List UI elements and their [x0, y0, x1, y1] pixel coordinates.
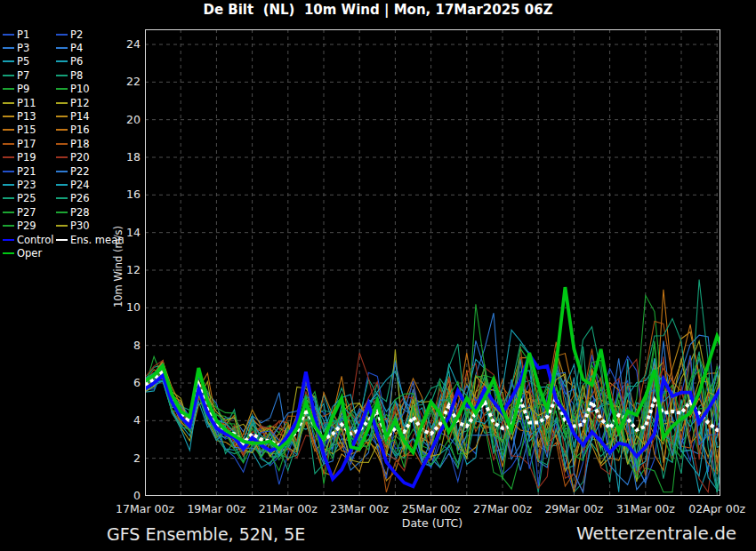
y-tick-label: 4 [114, 413, 141, 427]
chart-title: De Bilt (NL) 10m Wind | Mon, 17Mar2025 0… [0, 2, 756, 18]
plot-area [145, 29, 720, 496]
x-tick-label: 29Mar 00z [544, 502, 603, 515]
legend-label: P19 [17, 151, 36, 164]
legend-color-dash [3, 184, 14, 186]
legend-label: Oper [17, 247, 42, 260]
legend-color-dash [3, 197, 14, 199]
legend-item-p13: P13 [3, 109, 56, 123]
legend-label: P10 [70, 83, 90, 95]
legend-color-dash [56, 129, 68, 131]
x-tick-label: 27Mar 00z [473, 502, 532, 515]
legend-label: P24 [70, 179, 90, 191]
legend-label: Control [17, 234, 54, 246]
legend-label: P15 [17, 124, 36, 136]
legend-item-p17: P17 [3, 137, 56, 150]
legend-label: P17 [17, 138, 36, 150]
legend-label: P11 [17, 97, 36, 109]
legend-color-dash [3, 129, 14, 131]
legend-label: P1 [17, 28, 29, 41]
legend-item-p10: P10 [56, 83, 109, 96]
legend-item-p14: P14 [56, 109, 109, 123]
legend-label: P6 [70, 55, 83, 68]
legend-color-dash [3, 47, 14, 49]
legend-item-p1: P1 [3, 28, 56, 41]
legend-color-dash [56, 171, 68, 172]
legend-label: P3 [17, 42, 29, 54]
legend-color-dash [3, 88, 14, 90]
legend-label: P9 [17, 83, 29, 95]
y-tick-label: 24 [114, 37, 141, 52]
legend-label: P5 [17, 55, 29, 68]
legend-item-p11: P11 [3, 96, 56, 109]
y-tick-label: 20 [114, 113, 141, 127]
legend-label: P28 [70, 206, 90, 219]
y-tick-label: 22 [114, 75, 141, 89]
x-tick-label: 25Mar 00z [402, 502, 461, 515]
legend-label: P20 [70, 151, 90, 164]
legend-color-dash [3, 156, 14, 158]
legend-item-p21: P21 [3, 164, 56, 178]
legend-item-p15: P15 [3, 124, 56, 137]
legend-label: P14 [70, 110, 90, 123]
x-axis-label: Date (UTC) [402, 516, 462, 530]
y-tick-label: 16 [114, 188, 141, 202]
legend-item-control: Control [3, 233, 56, 246]
legend-color-dash [56, 143, 68, 145]
legend-color-dash [3, 143, 14, 145]
x-tick-label: 31Mar 00z [616, 502, 675, 515]
legend-color-dash [56, 239, 68, 241]
legend-item-p5: P5 [3, 55, 56, 68]
legend-label: P26 [70, 192, 90, 204]
legend-item-p18: P18 [56, 137, 109, 150]
model-info-text: GFS Ensemble, 52N, 5E [107, 524, 305, 544]
legend-label: P29 [17, 220, 36, 232]
legend-color-dash [56, 197, 68, 199]
x-tick-label: 21Mar 00z [259, 502, 318, 515]
y-tick-label: 6 [114, 376, 141, 390]
legend-color-dash [3, 116, 14, 117]
legend-color-dash [56, 156, 68, 158]
legend-color-dash [3, 60, 14, 62]
legend-item-p29: P29 [3, 219, 56, 232]
legend-item-p4: P4 [56, 41, 109, 54]
legend-item-p8: P8 [56, 68, 109, 82]
gfs-ensemble-wind-chart: De Bilt (NL) 10m Wind | Mon, 17Mar2025 0… [0, 0, 756, 551]
y-tick-label: 18 [114, 150, 141, 164]
legend-label: P23 [17, 179, 36, 191]
legend-color-dash [56, 116, 68, 117]
legend-item-p20: P20 [56, 151, 109, 164]
legend-item-p23: P23 [3, 178, 56, 191]
y-tick-label: 2 [114, 451, 141, 466]
legend-item-p28: P28 [56, 205, 109, 219]
y-tick-label: 0 [114, 489, 141, 503]
legend-label: P13 [17, 110, 36, 123]
legend-color-dash [56, 184, 68, 186]
legend-color-dash [56, 75, 68, 76]
legend-item-p27: P27 [3, 205, 56, 219]
legend-item-ens-mean: Ens. mean [56, 233, 109, 246]
x-tick-label: 19Mar 00z [187, 502, 245, 515]
legend-color-dash [56, 47, 68, 49]
x-tick-label: 17Mar 00z [116, 502, 174, 515]
legend-item-p7: P7 [3, 68, 56, 82]
legend-color-dash [3, 239, 14, 241]
legend-item-p2: P2 [56, 28, 109, 41]
legend-item-oper: Oper [3, 246, 56, 260]
legend-label: P30 [70, 220, 90, 232]
legend-label: P18 [70, 138, 90, 150]
legend-label: P7 [17, 69, 29, 82]
legend-color-dash [56, 34, 68, 36]
legend-color-dash [56, 88, 68, 90]
legend-label: P8 [70, 69, 83, 82]
legend-item-p9: P9 [3, 83, 56, 96]
legend-item-p6: P6 [56, 55, 109, 68]
y-tick-label: 8 [114, 339, 141, 353]
legend-color-dash [3, 102, 14, 104]
legend-label: P4 [70, 42, 83, 54]
legend-item-p25: P25 [3, 192, 56, 205]
legend-label: P12 [70, 97, 90, 109]
watermark-text: Wetterzentrale.de [576, 523, 736, 544]
legend-color-dash [3, 225, 14, 227]
y-tick-label: 12 [114, 263, 141, 277]
y-tick-label: 10 [114, 300, 141, 315]
